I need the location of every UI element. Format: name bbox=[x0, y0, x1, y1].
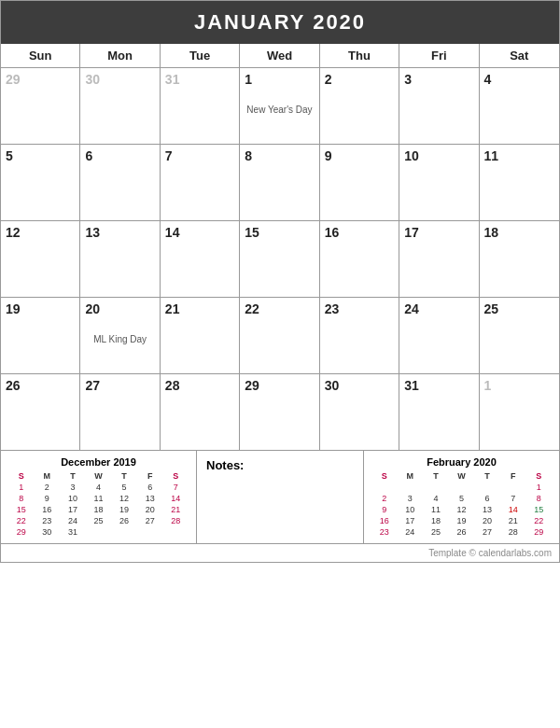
dow-cell: Thu bbox=[320, 44, 399, 67]
day-cell: 18 bbox=[480, 221, 559, 298]
mini-day: 1 bbox=[8, 482, 35, 493]
mini-day bbox=[111, 526, 137, 538]
calendar: JANUARY 2020 SunMonTueWedThuFriSat 29303… bbox=[0, 0, 560, 563]
mini-day: 13 bbox=[137, 493, 163, 504]
mini-day bbox=[474, 482, 500, 493]
day-cell: 19 bbox=[1, 298, 80, 374]
day-number: 27 bbox=[85, 378, 154, 393]
mini-dow: T bbox=[423, 470, 449, 482]
mini-day: 10 bbox=[398, 504, 424, 515]
mini-feb-title: February 2020 bbox=[371, 456, 552, 468]
mini-day bbox=[449, 482, 475, 493]
dow-row: SunMonTueWedThuFriSat bbox=[1, 44, 559, 68]
day-cell: 29 bbox=[240, 374, 319, 451]
footer-text: Template © calendarlabs.com bbox=[428, 548, 552, 558]
dow-cell: Fri bbox=[399, 44, 479, 67]
mini-feb-grid: SMTWTFS123456789101112131415161718192021… bbox=[371, 470, 552, 538]
mini-day: 13 bbox=[474, 504, 500, 515]
mini-day: 14 bbox=[162, 493, 189, 504]
mini-day: 15 bbox=[525, 504, 552, 515]
mini-day: 17 bbox=[398, 515, 424, 526]
mini-day: 22 bbox=[525, 515, 552, 526]
day-number: 9 bbox=[325, 148, 394, 163]
mini-day: 24 bbox=[60, 515, 86, 526]
mini-dow: T bbox=[111, 470, 137, 482]
day-number: 22 bbox=[245, 301, 314, 316]
mini-day: 16 bbox=[35, 504, 61, 515]
mini-day: 10 bbox=[60, 493, 86, 504]
day-number: 17 bbox=[404, 225, 473, 240]
mini-day: 6 bbox=[137, 482, 163, 493]
day-cell: 1 bbox=[480, 374, 559, 451]
day-number: 29 bbox=[6, 72, 75, 87]
mini-day: 18 bbox=[86, 504, 112, 515]
day-number: 8 bbox=[245, 148, 314, 163]
mini-day: 19 bbox=[111, 504, 137, 515]
days-grid: 2930311New Year's Day2345678910111213141… bbox=[1, 68, 559, 451]
day-cell: 20ML King Day bbox=[80, 298, 160, 374]
day-cell: 7 bbox=[161, 145, 240, 221]
footer: Template © calendarlabs.com bbox=[1, 544, 559, 562]
mini-dec-grid: SMTWTFS123456789101112131415161718192021… bbox=[8, 470, 189, 538]
mini-day: 28 bbox=[500, 526, 526, 538]
mini-day: 25 bbox=[86, 515, 112, 526]
day-number: 16 bbox=[325, 225, 394, 240]
day-cell: 21 bbox=[161, 298, 240, 374]
mini-dow: T bbox=[474, 470, 500, 482]
mini-day: 12 bbox=[449, 504, 475, 515]
day-cell: 22 bbox=[240, 298, 319, 374]
day-number: 2 bbox=[325, 72, 394, 87]
mini-dow: F bbox=[137, 470, 163, 482]
day-number: 18 bbox=[484, 225, 554, 240]
mini-day: 15 bbox=[8, 504, 35, 515]
mini-day: 29 bbox=[525, 526, 552, 538]
mini-cal-feb: February 2020 SMTWTFS1234567891011121314… bbox=[363, 451, 559, 543]
mini-day: 5 bbox=[111, 482, 137, 493]
event-label: ML King Day bbox=[85, 333, 154, 345]
mini-day: 31 bbox=[60, 526, 86, 538]
day-number: 12 bbox=[6, 225, 75, 240]
day-number: 14 bbox=[165, 225, 234, 240]
day-cell: 17 bbox=[399, 221, 479, 298]
day-number: 7 bbox=[165, 148, 234, 163]
mini-day: 11 bbox=[86, 493, 112, 504]
day-number: 31 bbox=[404, 378, 473, 393]
day-number: 6 bbox=[85, 148, 154, 163]
mini-day bbox=[398, 482, 424, 493]
day-cell: 11 bbox=[480, 145, 559, 221]
day-number: 19 bbox=[6, 301, 75, 316]
mini-day: 14 bbox=[500, 504, 526, 515]
day-cell: 1New Year's Day bbox=[240, 68, 319, 145]
mini-day: 12 bbox=[111, 493, 137, 504]
mini-dow: F bbox=[500, 470, 526, 482]
mini-day bbox=[86, 526, 112, 538]
day-cell: 3 bbox=[399, 68, 479, 145]
dow-cell: Mon bbox=[80, 44, 160, 67]
day-cell: 9 bbox=[320, 145, 399, 221]
day-number: 26 bbox=[6, 378, 75, 393]
day-cell: 15 bbox=[240, 221, 319, 298]
mini-day bbox=[423, 482, 449, 493]
mini-day: 25 bbox=[423, 526, 449, 538]
mini-dow: T bbox=[60, 470, 86, 482]
day-cell: 31 bbox=[399, 374, 479, 451]
mini-dow: S bbox=[525, 470, 552, 482]
day-cell: 6 bbox=[80, 145, 160, 221]
day-cell: 26 bbox=[1, 374, 80, 451]
mini-day bbox=[162, 526, 189, 538]
mini-dow: S bbox=[8, 470, 35, 482]
day-number: 11 bbox=[484, 148, 554, 163]
mini-dow: W bbox=[449, 470, 475, 482]
notes-label: Notes: bbox=[206, 458, 244, 472]
day-number: 24 bbox=[404, 301, 473, 316]
day-number: 15 bbox=[245, 225, 314, 240]
day-cell: 23 bbox=[320, 298, 399, 374]
mini-cal-dec: December 2019 SMTWTFS1234567891011121314… bbox=[1, 451, 197, 543]
mini-day: 4 bbox=[86, 482, 112, 493]
mini-day bbox=[371, 482, 398, 493]
mini-day: 26 bbox=[111, 515, 137, 526]
day-number: 1 bbox=[484, 378, 554, 393]
mini-day: 23 bbox=[35, 515, 61, 526]
day-number: 13 bbox=[85, 225, 154, 240]
mini-day: 8 bbox=[8, 493, 35, 504]
